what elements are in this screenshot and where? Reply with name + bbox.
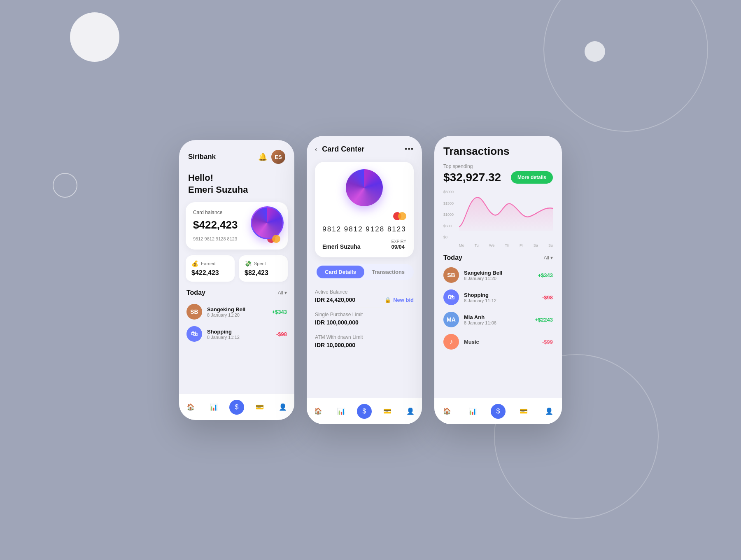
chart-y-labels: $5000 $1500 $1000 $500 $0 <box>443 190 454 239</box>
tx-info-2: Shopping 8 January 11:12 <box>207 329 271 340</box>
notification-icon[interactable]: 🔔 <box>258 152 267 161</box>
p3-today-header: Today All ▾ <box>434 251 562 264</box>
globe-inner <box>252 208 282 238</box>
p3-header: Transactions <box>434 136 562 162</box>
x-sa: Sa <box>534 243 538 247</box>
nav-pay-2[interactable]: $ <box>357 404 372 419</box>
mc-orange-2 <box>398 212 406 220</box>
nav-wallet-3[interactable]: 💳 <box>516 404 531 419</box>
all-filter-button[interactable]: All ▾ <box>278 290 287 296</box>
p3-all-filter[interactable]: All ▾ <box>544 255 553 261</box>
card-globe-center <box>322 169 406 206</box>
p3-all-label: All <box>544 255 549 261</box>
single-limit-value: IDR 100,000,000 <box>315 319 414 326</box>
today-header: Today All ▾ <box>179 287 294 301</box>
bag-icon: 🛍 <box>448 294 454 301</box>
expiry-value: 09/04 <box>391 244 407 250</box>
card-center-title: Card Center <box>322 145 401 154</box>
nav-home-1[interactable]: 🏠 <box>183 400 198 415</box>
atm-limit-label: ATM With drawn Limit <box>315 334 414 340</box>
today-title: Today <box>186 289 205 296</box>
x-su: Su <box>548 243 553 247</box>
mastercard-icon-2 <box>393 212 406 220</box>
card-visual: 9812 9812 9128 8123 Emeri Suzuha EXPIRY … <box>315 162 414 257</box>
top-spending-label: Top spending <box>443 163 553 169</box>
tx-amount-2: -$98 <box>276 331 287 337</box>
nav-chart-1[interactable]: 📊 <box>206 400 221 415</box>
app-logo: Siribank <box>188 153 216 161</box>
p1-header: Siribank 🔔 ES <box>179 140 294 168</box>
single-limit-label: Single Purchase Limit <box>315 312 414 317</box>
p3-amount-4: -$99 <box>542 339 553 345</box>
y-label-1500: $1500 <box>443 201 454 205</box>
chart-svg-area <box>459 190 553 239</box>
all-label: All <box>278 290 283 296</box>
nav-chart-2[interactable]: 📊 <box>334 404 349 419</box>
p2-card-number: 9812 9812 9128 8123 <box>322 225 406 233</box>
spent-card: 💸 Spent $82,423 <box>239 255 288 282</box>
nav-wallet-1[interactable]: 💳 <box>252 400 267 415</box>
p3-tx-4: ♪ Music -$99 <box>434 331 562 353</box>
tx-date-2: 8 January 11:12 <box>207 335 271 340</box>
transaction-item-2: 🛍 Shopping 8 January 11:12 -$98 <box>179 323 294 345</box>
y-label-1000: $1000 <box>443 212 454 217</box>
stats-section: 💰 Earned $422,423 💸 Spent $82,423 <box>186 255 288 282</box>
bottom-nav-1: 🏠 📊 $ 💳 👤 <box>179 394 294 420</box>
new-bid-badge[interactable]: 🔒 New bid <box>384 297 414 303</box>
greeting-section: Hello!Emeri Suzuha <box>179 168 294 202</box>
nav-home-3[interactable]: 🏠 <box>440 404 454 419</box>
y-label-500: $500 <box>443 224 454 228</box>
bottom-nav-3: 🏠 📊 $ 💳 👤 <box>434 398 562 424</box>
more-details-button[interactable]: More details <box>511 171 553 184</box>
nav-profile-3[interactable]: 👤 <box>542 404 557 419</box>
tx-info-1: Sangeking Bell 8 January 11:20 <box>207 306 267 317</box>
nav-wallet-2[interactable]: 💳 <box>380 404 395 419</box>
user-avatar[interactable]: ES <box>271 150 285 164</box>
x-th: Th <box>505 243 509 247</box>
nav-pay-3[interactable]: $ <box>491 404 506 419</box>
p3-avatar-1: SB <box>443 267 459 283</box>
p3-avatar-4: ♪ <box>443 334 459 350</box>
phone-3: Transactions Top spending $32,927.32 Mor… <box>434 136 562 424</box>
nav-pay-1[interactable]: $ <box>229 400 244 415</box>
greeting-text: Hello!Emeri Suzuha <box>188 172 285 196</box>
nav-home-2[interactable]: 🏠 <box>311 404 326 419</box>
nav-profile-2[interactable]: 👤 <box>403 404 418 419</box>
tx-amount-1: +$343 <box>272 309 287 315</box>
p3-info-2: Shopping 8 January 11:12 <box>464 292 537 303</box>
bg-decoration-circle-3 <box>53 173 77 198</box>
lock-icon: 🔒 <box>384 297 391 303</box>
expiry-section: EXPIRY 09/04 <box>391 239 407 250</box>
chart-x-labels: Mo Tu We Th Fr Sa Su <box>459 243 553 247</box>
spent-amount: $82,423 <box>245 269 282 277</box>
p3-date-1: 8 January 11:20 <box>464 276 533 281</box>
more-options-icon[interactable]: ••• <box>405 145 414 154</box>
x-we: We <box>489 243 494 247</box>
tab-transactions[interactable]: Transactions <box>364 266 412 278</box>
p3-tx-2: 🛍 Shopping 8 January 11:12 -$98 <box>434 286 562 308</box>
balance-with-bid: IDR 24,420,000 🔒 New bid <box>315 296 414 303</box>
atm-limit-row: ATM With drawn Limit IDR 10,000,000 <box>307 330 422 352</box>
y-label-0: $0 <box>443 235 454 239</box>
single-limit-row: Single Purchase Limit IDR 100,000,000 <box>307 308 422 330</box>
back-button[interactable]: ‹ <box>315 146 317 153</box>
spent-label-row: 💸 Spent <box>245 260 282 267</box>
p3-name-2: Shopping <box>464 292 537 298</box>
tab-card-details[interactable]: Card Details <box>317 266 364 278</box>
tx-name-2: Shopping <box>207 329 271 335</box>
active-balance-value: IDR 24,420,000 <box>315 296 355 303</box>
p3-tx-3: MA Mia Anh 8 January 11:06 +$2243 <box>434 308 562 331</box>
p3-date-2: 8 January 11:12 <box>464 298 537 303</box>
earned-label-row: 💰 Earned <box>191 260 229 267</box>
nav-profile-1[interactable]: 👤 <box>275 400 290 415</box>
card-balance-card: Card balance $422,423 9812 9812 9128 812… <box>186 202 288 250</box>
nav-chart-3[interactable]: 📊 <box>465 404 480 419</box>
p3-avatar-2: 🛍 <box>443 289 459 305</box>
p3-tx-1: SB Sangeking Bell 8 January 11:20 +$343 <box>434 264 562 286</box>
atm-limit-value: IDR 10,000,000 <box>315 342 414 348</box>
p3-info-3: Mia Anh 8 January 11:06 <box>464 314 530 325</box>
spent-label: Spent <box>254 261 266 266</box>
earned-label: Earned <box>201 261 215 266</box>
p2-mc-row <box>322 212 406 220</box>
x-fr: Fr <box>520 243 523 247</box>
